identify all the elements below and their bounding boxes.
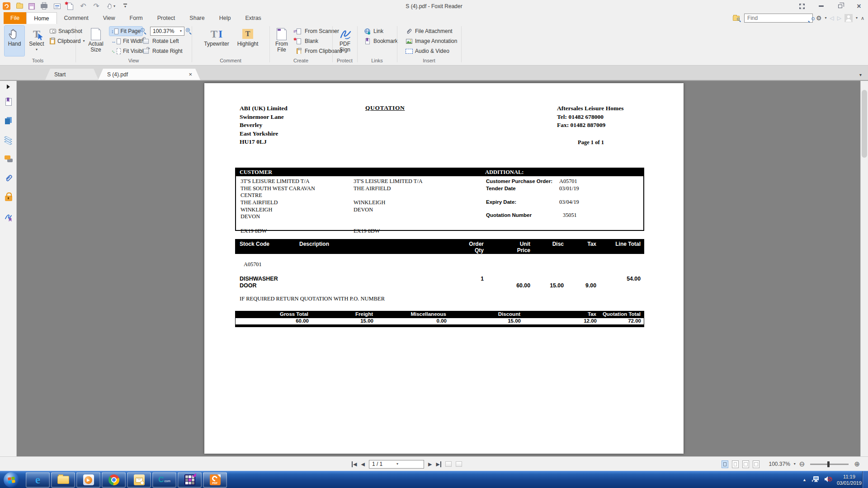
email-document-icon[interactable]	[53, 2, 61, 10]
close-tab-icon[interactable]: ×	[189, 71, 192, 78]
tab-home[interactable]: Home	[26, 12, 57, 24]
zoom-in-circle-icon[interactable]: ⊕	[854, 460, 860, 468]
continuous-view-icon[interactable]	[732, 460, 739, 468]
tab-extras[interactable]: Extras	[238, 12, 268, 24]
rotate-right-button[interactable]: ↷Rotate Right	[140, 47, 184, 56]
user-avatar-icon[interactable]	[844, 14, 853, 22]
audio-video-button[interactable]: Audio & Video	[403, 47, 451, 56]
zoom-out-circle-icon[interactable]: ⊖	[799, 460, 805, 468]
previous-view-icon[interactable]	[445, 461, 452, 467]
blank-button[interactable]: ✱Blank	[293, 37, 320, 46]
from-file-button[interactable]: From File	[271, 26, 292, 56]
bookmarks-panel-icon[interactable]	[0, 98, 17, 106]
taskbar-media-player[interactable]: ▶	[76, 472, 100, 488]
comments-panel-icon[interactable]	[0, 155, 17, 162]
bookmark-button[interactable]: Bookmark	[362, 37, 400, 46]
pages-panel-icon[interactable]	[0, 117, 17, 124]
user-menu-caret[interactable]: ▾	[856, 16, 858, 20]
hand-tool-button[interactable]: Hand	[5, 26, 24, 56]
zoom-level-combobox[interactable]: 100.37% ▾	[150, 27, 184, 36]
find-options-caret[interactable]: ▾	[825, 16, 826, 20]
signatures-panel-icon[interactable]	[0, 213, 17, 221]
save-icon[interactable]	[28, 3, 35, 9]
tab-view[interactable]: View	[96, 12, 123, 24]
security-panel-icon[interactable]	[0, 192, 17, 201]
item-description: DISHWASHER DOOR	[240, 276, 287, 289]
first-page-icon[interactable]: ◀	[352, 461, 357, 467]
search-folder-icon[interactable]	[732, 14, 741, 22]
fit-page-button[interactable]: ↕Fit Page	[109, 27, 142, 36]
taskbar-com-app[interactable]: Ccom	[152, 472, 176, 488]
tab-list-caret-icon[interactable]: ▾	[859, 72, 862, 77]
start-button[interactable]	[4, 472, 19, 488]
show-desktop-button[interactable]	[862, 471, 868, 488]
from-scanner-button[interactable]: ⇄From Scanner	[293, 27, 341, 36]
previous-page-icon[interactable]: ◀	[361, 461, 364, 467]
print-icon[interactable]	[40, 2, 48, 10]
tab-form[interactable]: Form	[123, 12, 150, 24]
doc-tab-start[interactable]: Start	[45, 69, 99, 80]
single-page-view-icon[interactable]	[722, 460, 728, 468]
clipboard-button[interactable]: Clipboard▾	[48, 37, 86, 46]
tab-share[interactable]: Share	[182, 12, 212, 24]
attachments-panel-icon[interactable]	[0, 174, 17, 182]
find-previous-icon[interactable]: ◁	[830, 15, 834, 21]
taskbar-grid-app[interactable]	[178, 472, 202, 488]
file-attachment-button[interactable]: File Attachment	[403, 27, 454, 36]
pdf-page[interactable]: ABI (UK) Limited Swinemoor Lane Beverley…	[204, 83, 684, 454]
minimize-button[interactable]	[816, 2, 826, 10]
snapshot-button[interactable]: SnapShot	[48, 27, 84, 36]
facing-view-icon[interactable]	[742, 460, 749, 468]
document-scrollbar[interactable]	[860, 81, 868, 456]
continuous-facing-view-icon[interactable]	[753, 460, 760, 468]
scrollbar-thumb[interactable]	[862, 90, 867, 158]
link-button[interactable]: Link	[362, 27, 385, 36]
select-tool-button[interactable]: T Select ▾	[26, 26, 47, 56]
next-view-icon[interactable]	[456, 461, 462, 467]
last-page-icon[interactable]: ▶	[436, 461, 441, 467]
redo-icon[interactable]: ↷	[92, 2, 100, 10]
find-input[interactable]	[744, 14, 813, 23]
expand-arrows-icon[interactable]	[797, 2, 807, 10]
network-icon[interactable]	[811, 476, 820, 484]
undo-icon[interactable]: ↶	[79, 2, 87, 10]
doc-tab-active[interactable]: S (4).pdf×	[98, 69, 200, 80]
tab-file[interactable]: File	[4, 12, 26, 24]
expand-panel-icon[interactable]	[0, 84, 17, 89]
field-value: 35051	[563, 212, 577, 219]
collapse-ribbon-icon[interactable]: ∧	[861, 16, 864, 21]
foxit-logo-icon[interactable]	[3, 2, 10, 10]
zoom-slider-handle[interactable]	[827, 461, 830, 467]
taskbar-internet-explorer[interactable]: e	[26, 472, 50, 488]
zoom-out-button[interactable]: −	[140, 27, 147, 36]
tab-comment[interactable]: Comment	[57, 12, 96, 24]
rotate-left-button[interactable]: ↶Rotate Left	[140, 37, 181, 46]
open-file-icon[interactable]	[15, 2, 24, 10]
new-document-icon[interactable]: ✱	[66, 2, 74, 10]
page-number-field[interactable]: 1 / 1▾	[369, 460, 424, 469]
customize-toolbar-icon[interactable]: ▾	[122, 2, 128, 10]
pdf-sign-button[interactable]: PDF Sign	[335, 26, 355, 56]
hand-tool-quick-icon[interactable]: ▾	[105, 2, 117, 10]
zoom-slider[interactable]	[810, 464, 849, 465]
clock[interactable]: 11:1903/01/2019	[837, 474, 862, 486]
tab-protect[interactable]: Protect	[150, 12, 183, 24]
highlight-button[interactable]: T Highlight	[234, 26, 261, 56]
zoom-menu-caret[interactable]: ▾	[794, 462, 796, 466]
taskbar-file-explorer[interactable]	[51, 472, 75, 488]
close-button[interactable]: ×	[854, 2, 863, 10]
taskbar-chrome[interactable]	[102, 472, 126, 488]
show-hidden-icons[interactable]: ▲	[802, 478, 807, 482]
typewriter-button[interactable]: TI Typewriter	[202, 26, 231, 56]
actual-size-button[interactable]: Actual Size	[85, 26, 107, 56]
volume-muted-icon[interactable]	[824, 476, 832, 484]
next-page-icon[interactable]: ▶	[428, 461, 432, 467]
find-options-gear-icon[interactable]: ⚙	[816, 15, 822, 21]
image-annotation-button[interactable]: Image Annotation	[403, 37, 459, 46]
taskbar-outlook[interactable]	[127, 472, 151, 488]
tab-help[interactable]: Help	[212, 12, 238, 24]
restore-button[interactable]	[835, 2, 844, 10]
taskbar-foxit-reader[interactable]: PDF	[203, 472, 227, 488]
find-next-icon[interactable]: ▷	[837, 15, 841, 21]
layers-panel-icon[interactable]	[0, 137, 17, 143]
